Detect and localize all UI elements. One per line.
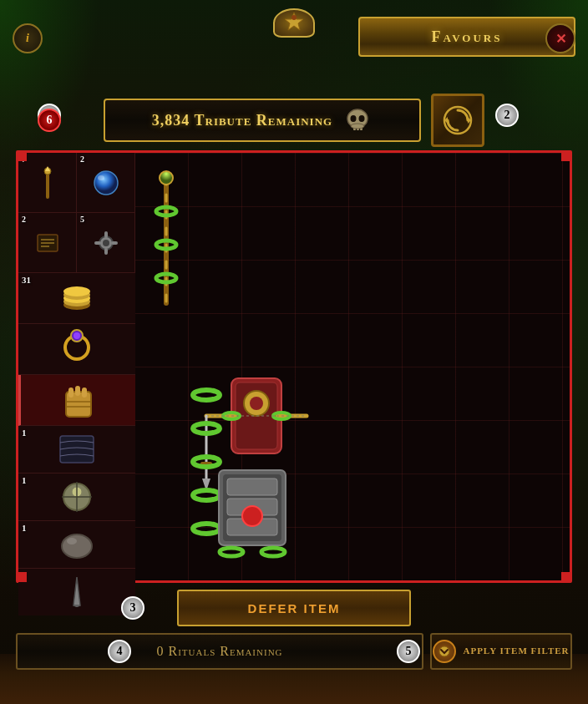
svg-point-2	[351, 115, 357, 122]
close-button[interactable]: ✕	[545, 23, 575, 53]
top-emblem	[269, 8, 319, 42]
emblem-shape	[273, 8, 315, 38]
circle-6: 6	[38, 109, 61, 132]
svg-rect-35	[68, 387, 74, 398]
apply-filter-label: Apply Item Filter	[463, 646, 569, 656]
grid-staff[interactable]	[144, 161, 190, 311]
inv-cell-1a[interactable]: 7	[18, 153, 77, 213]
title-bar: Favours	[358, 17, 575, 57]
filter-icon	[433, 640, 456, 663]
svg-rect-72	[227, 479, 277, 495]
inv-row-2: 2 5	[18, 213, 135, 273]
inv-cell-4[interactable]	[18, 324, 135, 375]
close-icon: ✕	[555, 31, 566, 47]
svg-rect-25	[111, 241, 118, 245]
inv-cell-2a[interactable]: 2	[18, 213, 77, 273]
tribute-box: 3,834 Tribute Remaining	[104, 99, 421, 142]
svg-point-33	[74, 332, 80, 339]
item-ring	[52, 324, 102, 374]
svg-point-56	[250, 397, 263, 410]
grid-heavy-armor[interactable]	[202, 462, 302, 570]
svg-rect-40	[60, 436, 94, 463]
rituals-label: 0 Rituals Remaining	[156, 644, 282, 659]
item-staff-small	[29, 165, 66, 201]
grid-inner: 7 2	[18, 153, 570, 580]
svg-point-15	[98, 175, 104, 180]
svg-point-21	[103, 240, 109, 246]
svg-rect-36	[75, 386, 80, 396]
svg-point-49	[160, 171, 173, 185]
svg-point-77	[261, 548, 285, 556]
svg-point-66	[193, 423, 220, 433]
inv-count-3: 31	[22, 275, 31, 285]
inv-cell-6[interactable]: 1	[18, 426, 135, 474]
inv-cell-8[interactable]: 1	[18, 521, 135, 569]
corner-deco-tl	[17, 151, 27, 161]
corner-deco-tr	[561, 151, 571, 161]
inv-count-6: 1	[22, 428, 27, 438]
item-gauntlet	[53, 375, 104, 425]
inv-row-1: 7 2	[18, 153, 135, 213]
item-grid	[135, 153, 570, 580]
info-button[interactable]: i	[13, 23, 43, 53]
circle-3: 3	[121, 596, 144, 620]
apply-filter-button[interactable]: Apply Item Filter	[430, 633, 572, 670]
item-orb-device	[53, 474, 100, 520]
item-stone	[53, 521, 100, 568]
circle-5: 5	[397, 640, 420, 663]
inv-count-1b: 2	[80, 154, 84, 164]
svg-point-7	[351, 124, 364, 129]
inv-count-2a: 2	[22, 215, 26, 224]
svg-rect-37	[82, 387, 87, 398]
svg-point-65	[193, 390, 220, 400]
circle-2: 2	[495, 104, 519, 127]
tribute-icon-button[interactable]	[431, 94, 484, 147]
svg-rect-22	[104, 231, 108, 238]
inv-count-8: 1	[22, 523, 27, 533]
window-title: Favours	[432, 28, 503, 46]
tribute-row: 6 3,834 Tribute Remaining	[46, 97, 542, 144]
svg-point-76	[220, 548, 243, 556]
tribute-label: 3,834 Tribute Remaining	[152, 112, 332, 129]
cycle-icon	[441, 104, 474, 137]
item-gear	[88, 225, 124, 261]
svg-point-0	[291, 15, 297, 20]
corner-deco-br	[561, 572, 571, 582]
svg-point-45	[62, 534, 92, 558]
corner-deco-bl	[17, 572, 27, 582]
item-dark-scroll	[29, 225, 66, 261]
svg-point-14	[94, 171, 118, 195]
svg-rect-24	[94, 241, 101, 245]
bottom-action-bar: 3 Defer Item	[13, 590, 575, 626]
item-dark-cloth	[53, 426, 100, 473]
svg-point-75	[242, 506, 262, 526]
status-bar: 4 0 Rituals Remaining 5 Apply Item Filte…	[16, 631, 572, 671]
item-coin-stack	[52, 273, 102, 323]
tribute-skull-icon	[342, 105, 373, 135]
svg-point-3	[359, 115, 365, 122]
info-icon: i	[26, 32, 29, 45]
inv-cell-7[interactable]: 1	[18, 474, 135, 521]
svg-point-78	[439, 646, 449, 656]
heavy-armor-svg	[202, 462, 302, 570]
inv-cell-5[interactable]	[18, 375, 135, 426]
inv-count-2b: 5	[80, 215, 84, 224]
inv-cell-1b[interactable]: 2	[77, 153, 135, 213]
inventory-column: 7 2	[18, 153, 135, 580]
ui-container: i Favours ✕ 1 2 6 3,834 Tribute Remainin…	[13, 17, 575, 685]
main-grid: 7 2	[16, 150, 572, 583]
defer-item-button[interactable]: Defer Item	[177, 590, 411, 626]
item-blue-orb	[88, 165, 124, 201]
svg-rect-23	[104, 248, 108, 255]
filter-symbol	[438, 645, 451, 658]
svg-point-46	[67, 538, 77, 544]
circle-4: 4	[108, 640, 131, 663]
svg-point-30	[63, 286, 90, 296]
rituals-box: 0 Rituals Remaining	[16, 633, 423, 670]
staff-svg	[144, 161, 190, 311]
inv-count-7: 1	[22, 475, 27, 485]
inv-cell-3[interactable]: 31	[18, 273, 135, 324]
inv-cell-2b[interactable]: 5	[77, 213, 135, 273]
